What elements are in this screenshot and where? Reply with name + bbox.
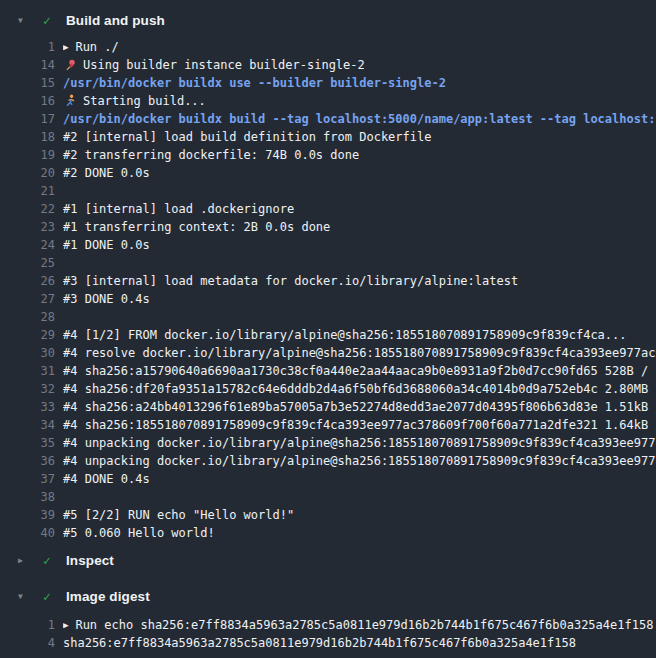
log-text-content: #4 [1/2] FROM docker.io/library/alpine@s… (63, 326, 627, 344)
log-text-content: #4 unpacking docker.io/library/alpine@sh… (63, 452, 656, 470)
log-text: #1 transferring context: 2B 0.0s done (63, 218, 656, 236)
line-number[interactable]: 36 (0, 452, 55, 470)
section-header-build-and-push[interactable]: ▼✓Build and push (0, 10, 656, 30)
log-line: 24#1 DONE 0.0s (0, 236, 656, 254)
log-line: 31#4 sha256:a15790640a6690aa1730c38cf0a4… (0, 362, 656, 380)
log-text: Using builder instance builder-single-2 (63, 56, 656, 74)
log-text: #4 unpacking docker.io/library/alpine@sh… (63, 452, 656, 470)
log-text: #2 [internal] load build definition from… (63, 128, 656, 146)
line-number[interactable]: 15 (0, 74, 55, 92)
log-line: 1▶Run echo sha256:e7ff8834a5963a2785c5a0… (0, 616, 656, 634)
section-header-inspect[interactable]: ▶✓Inspect (0, 550, 656, 570)
log-text-content: Starting build... (83, 92, 206, 110)
log-text: #4 unpacking docker.io/library/alpine@sh… (63, 434, 656, 452)
line-number[interactable]: 40 (0, 524, 55, 542)
log-line: 14Using builder instance builder-single-… (0, 56, 656, 74)
line-number[interactable]: 18 (0, 128, 55, 146)
log-text: ▶Run ./ (63, 38, 656, 56)
log-line: 23#1 transferring context: 2B 0.0s done (0, 218, 656, 236)
line-number[interactable]: 32 (0, 380, 55, 398)
line-number[interactable]: 1 (0, 616, 55, 634)
log-text (63, 308, 656, 326)
play-icon[interactable]: ▶ (63, 38, 68, 56)
line-number[interactable]: 37 (0, 470, 55, 488)
log-text-content: #4 DONE 0.4s (63, 470, 150, 488)
log-text-content: #4 sha256:df20fa9351a15782c64e6dddb2d4a6… (63, 380, 656, 398)
log-text-content: #5 0.060 Hello world! (63, 524, 215, 542)
section-title: Build and push (66, 13, 165, 28)
log-line: 33#4 sha256:a24bb4013296f61e89ba57005a7b… (0, 398, 656, 416)
chevron-down-icon[interactable]: ▼ (16, 16, 43, 25)
line-number[interactable]: 4 (0, 634, 55, 652)
line-number[interactable]: 39 (0, 506, 55, 524)
log-text: #2 DONE 0.0s (63, 164, 656, 182)
line-number[interactable]: 33 (0, 398, 55, 416)
log-text-content: #4 resolve docker.io/library/alpine@sha2… (63, 344, 656, 362)
line-number[interactable]: 28 (0, 308, 55, 326)
section-header-image-digest[interactable]: ▼✓Image digest (0, 586, 656, 606)
check-icon: ✓ (43, 589, 66, 604)
line-number[interactable]: 17 (0, 110, 55, 128)
section-title: Image digest (66, 589, 150, 604)
log-text: sha256:e7ff8834a5963a2785c5a0811e979d16b… (63, 634, 656, 652)
log-line: 36#4 unpacking docker.io/library/alpine@… (0, 452, 656, 470)
log-text: #4 DONE 0.4s (63, 470, 656, 488)
log-text: /usr/bin/docker buildx use --builder bui… (63, 74, 656, 92)
line-number[interactable]: 38 (0, 488, 55, 506)
log-line: 37#4 DONE 0.4s (0, 470, 656, 488)
log-text: #3 DONE 0.4s (63, 290, 656, 308)
log-line: 26#3 [internal] load metadata for docker… (0, 272, 656, 290)
log-text: #4 sha256:a24bb4013296f61e89ba57005a7b3e… (63, 398, 656, 416)
log-text: #5 [2/2] RUN echo "Hello world!" (63, 506, 656, 524)
line-number[interactable]: 27 (0, 290, 55, 308)
line-number[interactable]: 19 (0, 146, 55, 164)
line-number[interactable]: 24 (0, 236, 55, 254)
line-number[interactable]: 30 (0, 344, 55, 362)
log-text-content: #3 DONE 0.4s (63, 290, 150, 308)
log-text: #5 0.060 Hello world! (63, 524, 656, 542)
pushpin-icon (63, 58, 77, 72)
log-line: 34#4 sha256:185518070891758909c9f839cf4c… (0, 416, 656, 434)
line-number[interactable]: 34 (0, 416, 55, 434)
line-number[interactable]: 23 (0, 218, 55, 236)
log-text-content: sha256:e7ff8834a5963a2785c5a0811e979d16b… (63, 634, 576, 652)
line-number[interactable]: 26 (0, 272, 55, 290)
line-number[interactable]: 20 (0, 164, 55, 182)
log-text-content: #4 unpacking docker.io/library/alpine@sh… (63, 434, 656, 452)
log-line: 22#1 [internal] load .dockerignore (0, 200, 656, 218)
log-line: 40#5 0.060 Hello world! (0, 524, 656, 542)
log-text: #1 [internal] load .dockerignore (63, 200, 656, 218)
log-lines: 1▶Run echo sha256:e7ff8834a5963a2785c5a0… (0, 616, 656, 652)
log-text-content: #2 transferring dockerfile: 74B 0.0s don… (63, 146, 359, 164)
line-number[interactable]: 31 (0, 362, 55, 380)
line-number[interactable]: 22 (0, 200, 55, 218)
line-number[interactable]: 35 (0, 434, 55, 452)
line-number[interactable]: 1 (0, 38, 55, 56)
log-text: #3 [internal] load metadata for docker.i… (63, 272, 656, 290)
log-text: /usr/bin/docker buildx build --tag local… (63, 110, 656, 128)
log-text (63, 488, 656, 506)
line-number[interactable]: 21 (0, 182, 55, 200)
play-icon[interactable]: ▶ (63, 616, 68, 634)
log-section: ▼✓Build and push1▶Run ./14Using builder … (0, 10, 656, 542)
log-text: #4 sha256:df20fa9351a15782c64e6dddb2d4a6… (63, 380, 656, 398)
log-text-content: Run echo sha256:e7ff8834a5963a2785c5a081… (75, 616, 653, 634)
log-line: 32#4 sha256:df20fa9351a15782c64e6dddb2d4… (0, 380, 656, 398)
section-title: Inspect (66, 553, 114, 568)
line-number[interactable]: 16 (0, 92, 55, 110)
log-line: 18#2 [internal] load build definition fr… (0, 128, 656, 146)
log-text: #2 transferring dockerfile: 74B 0.0s don… (63, 146, 656, 164)
line-number[interactable]: 14 (0, 56, 55, 74)
log-text: #4 [1/2] FROM docker.io/library/alpine@s… (63, 326, 656, 344)
log-text: #4 sha256:185518070891758909c9f839cf4ca3… (63, 416, 656, 434)
log-line: 17/usr/bin/docker buildx build --tag loc… (0, 110, 656, 128)
line-number[interactable]: 25 (0, 254, 55, 272)
log-text-content: #4 sha256:185518070891758909c9f839cf4ca3… (63, 416, 656, 434)
log-line: 39#5 [2/2] RUN echo "Hello world!" (0, 506, 656, 524)
log-text-content: #2 DONE 0.0s (63, 164, 150, 182)
line-number[interactable]: 29 (0, 326, 55, 344)
log-line: 20#2 DONE 0.0s (0, 164, 656, 182)
chevron-right-icon[interactable]: ▶ (16, 556, 43, 565)
log-section: ▼✓Image digest1▶Run echo sha256:e7ff8834… (0, 586, 656, 652)
chevron-down-icon[interactable]: ▼ (16, 592, 43, 601)
